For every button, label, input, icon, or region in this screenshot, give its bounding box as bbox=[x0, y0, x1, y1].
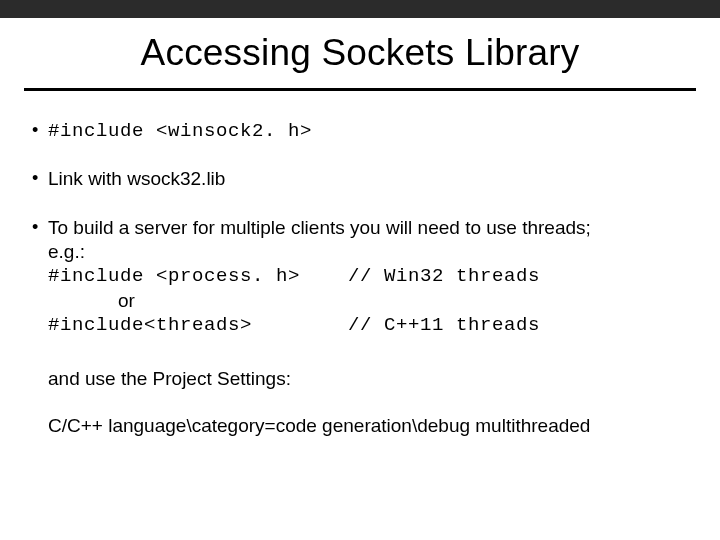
include-2: #include<threads> bbox=[48, 313, 348, 337]
bullet-2-text: Link with wsock32.lib bbox=[48, 167, 688, 191]
bullet-3: • To build a server for multiple clients… bbox=[32, 216, 688, 438]
bullet-1-text: #include <winsock2. h> bbox=[48, 119, 688, 143]
title-wrap: Accessing Sockets Library bbox=[0, 18, 720, 82]
include-2-comment: // C++11 threads bbox=[348, 313, 688, 337]
bullet-dot: • bbox=[32, 167, 48, 191]
include-1-comment: // Win32 threads bbox=[348, 264, 688, 288]
include-row-2: #include<threads> // C++11 threads bbox=[48, 313, 688, 337]
bullet-dot: • bbox=[32, 119, 48, 143]
bullet-3-body: To build a server for multiple clients y… bbox=[48, 216, 688, 438]
settings-path: C/C++ language\category=code generation\… bbox=[48, 414, 688, 438]
bullet-1: • #include <winsock2. h> bbox=[32, 119, 688, 143]
bullet-dot: • bbox=[32, 216, 48, 438]
settings-intro: and use the Project Settings: bbox=[48, 367, 688, 391]
slide-title: Accessing Sockets Library bbox=[60, 32, 660, 74]
bullet-2: • Link with wsock32.lib bbox=[32, 167, 688, 191]
bullet-3-intro-line2: e.g.: bbox=[48, 240, 688, 264]
slide: Accessing Sockets Library • #include <wi… bbox=[0, 0, 720, 540]
include-row-1: #include <process. h> // Win32 threads bbox=[48, 264, 688, 288]
include-1: #include <process. h> bbox=[48, 264, 348, 288]
or-text: or bbox=[48, 289, 688, 313]
top-bar bbox=[0, 0, 720, 18]
bullet-3-intro-line1: To build a server for multiple clients y… bbox=[48, 216, 688, 240]
slide-content: • #include <winsock2. h> • Link with wso… bbox=[0, 91, 720, 438]
